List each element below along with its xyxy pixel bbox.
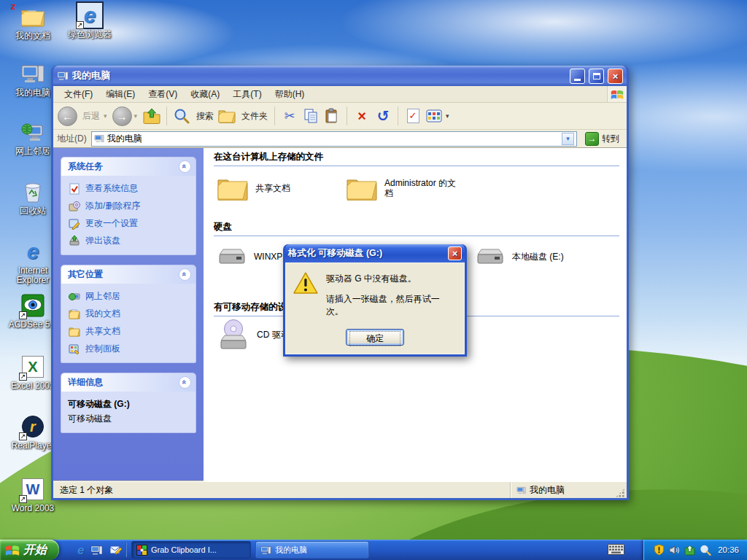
realplayer-icon: r ↗ [20, 414, 45, 439]
address-label: 地址(D) [57, 133, 87, 145]
folders-label: 文件夹 [241, 110, 268, 122]
close-icon: × [613, 71, 619, 82]
details-item-name: 可移动磁盘 (G:) [68, 398, 191, 411]
my-computer-icon [20, 61, 45, 86]
sync-verify-button[interactable]: ✓ [403, 106, 422, 125]
my-computer-icon [516, 486, 526, 495]
folders-button[interactable] [217, 106, 236, 125]
paste-button[interactable] [322, 106, 341, 125]
menu-file[interactable]: 文件(F) [58, 86, 99, 103]
format-error-dialog: 格式化 可移动磁盘 (G:) × 驱动器 G 中没有磁盘。 请插入一张磁盘，然后… [283, 244, 467, 357]
collapse-chevron-icon[interactable]: « [179, 268, 191, 281]
taskbar-item-grab-clipboard[interactable]: Grab Clipboard I... [131, 541, 251, 559]
quick-launch-outlook-icon[interactable] [109, 544, 122, 556]
taskbar-item-my-computer[interactable]: 我的电脑 [255, 541, 369, 559]
delete-icon: × [357, 108, 366, 125]
menu-tools[interactable]: 工具(T) [226, 86, 268, 103]
address-input[interactable]: 我的电脑 ▾ [91, 131, 577, 147]
collapse-chevron-icon[interactable]: « [179, 160, 191, 173]
toolbar-separator [274, 106, 275, 125]
back-button[interactable]: ← [58, 106, 77, 126]
control-panel-icon [68, 343, 80, 355]
my-computer-icon [94, 133, 104, 144]
panel-other-places: 其它位置 « 网上邻居 我的文档 共享文档 [61, 265, 196, 363]
up-button[interactable] [142, 106, 161, 125]
menu-view[interactable]: 查看(V) [142, 86, 184, 103]
forward-icon: → [117, 110, 128, 122]
collapse-chevron-icon[interactable]: « [179, 376, 191, 389]
cut-icon: ✂ [285, 108, 295, 124]
place-control-panel[interactable]: 控制面板 [68, 343, 191, 355]
quick-launch-my-computer-icon[interactable] [90, 544, 103, 556]
windows-flag-icon [5, 543, 20, 557]
task-change-setting[interactable]: 更改一个设置 [68, 217, 191, 230]
dialog-title: 格式化 可移动磁盘 (G:) [288, 247, 444, 260]
updater-icon[interactable] [684, 545, 695, 556]
menu-favorites[interactable]: 收藏(A) [184, 86, 226, 103]
network-places-icon [20, 120, 45, 144]
menu-help[interactable]: 帮助(H) [268, 86, 311, 103]
dialog-close-button[interactable]: × [448, 246, 462, 260]
dialog-titlebar[interactable]: 格式化 可移动磁盘 (G:) × [285, 244, 465, 262]
menu-edit[interactable]: 编辑(E) [99, 86, 142, 103]
folder-up-icon [143, 108, 160, 124]
maximize-button[interactable] [589, 69, 604, 84]
folder-administrator-documents[interactable]: Administrator 的文档 [346, 176, 457, 201]
forward-dropdown-icon[interactable]: ▾ [134, 112, 138, 120]
undo-button[interactable]: ↺ [374, 106, 392, 125]
word-icon: W ↗ [20, 477, 45, 502]
hard-drive-icon [475, 246, 506, 267]
back-dropdown-icon[interactable]: ▾ [104, 112, 107, 120]
menu-bar: 文件(F) 编辑(E) 查看(V) 收藏(A) 工具(T) 帮助(H) [53, 86, 627, 103]
panel-header-other-places[interactable]: 其它位置 « [61, 265, 196, 284]
address-dropdown-button[interactable]: ▾ [562, 133, 574, 145]
shortcut-arrow-icon: ↗ [76, 21, 84, 29]
green-browser-icon: e ↗ [77, 3, 102, 28]
status-text: 选定 1 个对象 [53, 484, 510, 497]
security-shield-icon[interactable] [654, 544, 665, 556]
desktop-icon-my-documents[interactable]: 我的文档 [4, 4, 61, 41]
minimize-button[interactable] [570, 69, 585, 84]
address-value: 我的电脑 [107, 133, 142, 145]
shared-documents-icon [68, 325, 80, 338]
eject-disk-icon [68, 235, 80, 247]
toolbar: ← 后退 ▾ → ▾ 搜索 文件夹 ✂ × ↺ ✓ ▾ [53, 103, 627, 130]
views-button[interactable] [425, 106, 444, 125]
folder-shared-documents[interactable]: 共享文档 [217, 176, 290, 201]
panel-header-details[interactable]: 详细信息 « [61, 373, 196, 392]
go-button[interactable]: → 转到 [581, 132, 623, 146]
close-button[interactable]: × [608, 69, 623, 84]
taskbar-clock[interactable]: 20:36 [718, 545, 739, 554]
input-method-keyboard-icon[interactable] [608, 544, 624, 557]
drive-winxp[interactable]: WINXP [217, 246, 282, 267]
task-add-remove-programs[interactable]: 添加/删除程序 [68, 200, 191, 212]
ok-button[interactable]: 确定 [346, 329, 404, 346]
task-eject-disk[interactable]: 弹出该盘 [68, 235, 191, 247]
forward-button[interactable]: → [112, 106, 132, 126]
dialog-message-line1: 驱动器 G 中没有磁盘。 [326, 273, 457, 285]
panel-header-system-tasks[interactable]: 系统任务 « [61, 158, 196, 176]
views-dropdown-icon[interactable]: ▾ [446, 112, 449, 120]
place-my-documents[interactable]: 我的文档 [68, 308, 191, 320]
volume-icon[interactable] [669, 545, 680, 556]
cut-button[interactable]: ✂ [280, 106, 299, 125]
my-documents-icon [20, 4, 45, 29]
window-titlebar[interactable]: 我的电脑 × [53, 66, 627, 86]
place-network[interactable]: 网上邻居 [68, 290, 191, 303]
change-setting-icon [68, 217, 80, 230]
search-icon [174, 108, 190, 124]
copy-icon [303, 108, 318, 124]
task-view-system-info[interactable]: 查看系统信息 [68, 182, 191, 195]
copy-button[interactable] [301, 106, 320, 125]
resize-grip[interactable] [615, 488, 625, 498]
search-button[interactable] [172, 106, 191, 125]
drive-local-e[interactable]: 本地磁盘 (E:) [475, 246, 564, 267]
start-button[interactable]: 开始 [0, 540, 59, 560]
quick-launch-ie-icon[interactable]: e [77, 544, 84, 556]
delete-button[interactable]: × [352, 106, 371, 125]
add-remove-programs-icon [68, 200, 80, 212]
desktop-icon-green-browser[interactable]: e ↗ 绿色浏览器 [61, 3, 118, 39]
magnifier-tray-icon[interactable] [700, 545, 711, 556]
toolbar-separator [347, 106, 347, 125]
place-shared-documents[interactable]: 共享文档 [68, 325, 191, 338]
